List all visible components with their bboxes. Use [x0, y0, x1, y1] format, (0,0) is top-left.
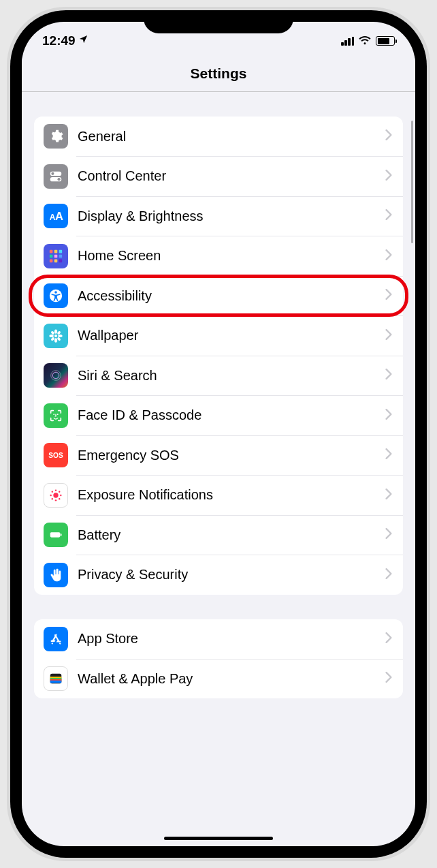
svg-point-40: [59, 498, 60, 499]
chevron-right-icon: [385, 369, 392, 382]
row-label: Emergency SOS: [78, 448, 385, 463]
row-label: Battery: [78, 527, 385, 543]
svg-point-29: [53, 414, 54, 415]
chevron-right-icon: [385, 409, 392, 422]
settings-row-privacy-security[interactable]: Privacy & Security: [34, 555, 403, 595]
row-label: Exposure Notifications: [78, 487, 385, 503]
svg-point-33: [55, 489, 56, 491]
svg-rect-11: [59, 254, 63, 258]
svg-text:SOS: SOS: [48, 452, 63, 459]
faceid-icon: [44, 403, 68, 428]
svg-rect-7: [54, 249, 58, 253]
row-label: General: [78, 129, 385, 144]
chevron-right-icon: [385, 672, 392, 685]
settings-row-app-store[interactable]: App Store: [34, 619, 403, 659]
svg-point-17: [54, 334, 57, 337]
settings-row-control-center[interactable]: Control Center: [34, 157, 403, 196]
toggles-icon: [44, 164, 68, 189]
settings-row-exposure-notifications[interactable]: Exposure Notifications: [34, 476, 403, 515]
settings-row-general[interactable]: General: [34, 117, 403, 156]
row-label: Control Center: [78, 168, 385, 184]
settings-row-wallpaper[interactable]: Wallpaper: [34, 316, 403, 356]
status-time: 12:49: [42, 33, 76, 48]
flower-icon: [44, 324, 68, 348]
chevron-right-icon: [385, 170, 392, 183]
settings-group: GeneralControl CenterAADisplay & Brightn…: [34, 117, 403, 595]
svg-point-22: [50, 330, 54, 335]
settings-row-face-id-passcode[interactable]: Face ID & Passcode: [34, 396, 403, 435]
wallet-icon: [44, 666, 68, 691]
svg-point-3: [57, 178, 60, 181]
svg-rect-13: [54, 259, 58, 262]
grid-icon: [44, 244, 68, 268]
settings-row-battery[interactable]: Battery: [34, 515, 403, 555]
svg-rect-6: [50, 249, 53, 253]
wifi-icon: [358, 33, 372, 48]
chevron-right-icon: [385, 489, 392, 502]
row-label: Wallpaper: [78, 328, 385, 343]
battery-icon: [44, 523, 68, 547]
row-label: Privacy & Security: [78, 567, 385, 583]
aa-icon: AA: [44, 204, 68, 228]
row-label: Face ID & Passcode: [78, 407, 385, 423]
settings-row-accessibility[interactable]: Accessibility: [34, 276, 403, 315]
svg-point-16: [54, 291, 57, 294]
settings-row-siri-search[interactable]: Siri & Search: [34, 356, 403, 395]
settings-row-home-screen[interactable]: Home Screen: [34, 236, 403, 276]
row-label: Home Screen: [78, 248, 385, 264]
settings-row-emergency-sos[interactable]: SOSEmergency SOS: [34, 435, 403, 475]
nav-header: Settings: [22, 56, 415, 92]
chevron-right-icon: [385, 129, 392, 143]
row-label: App Store: [78, 631, 385, 647]
chevron-right-icon: [385, 568, 392, 582]
sos-icon: SOS: [44, 443, 68, 467]
hand-icon: [44, 563, 68, 587]
scroll-indicator[interactable]: [411, 121, 413, 243]
svg-rect-14: [59, 259, 63, 262]
svg-point-28: [52, 372, 59, 379]
chevron-right-icon: [385, 249, 392, 263]
cellular-icon: [341, 37, 354, 46]
svg-text:A: A: [55, 210, 63, 222]
svg-point-34: [55, 499, 56, 501]
chevron-right-icon: [385, 448, 392, 462]
svg-rect-41: [50, 532, 61, 537]
chevron-right-icon: [385, 528, 392, 542]
svg-point-39: [52, 498, 53, 499]
notch: [144, 10, 293, 33]
svg-point-38: [59, 491, 60, 492]
svg-point-32: [53, 493, 58, 497]
chevron-right-icon: [385, 289, 392, 303]
svg-point-19: [54, 338, 57, 342]
chevron-right-icon: [385, 209, 392, 223]
svg-point-20: [49, 334, 53, 337]
svg-point-37: [52, 491, 53, 492]
svg-rect-10: [54, 254, 58, 258]
svg-point-30: [57, 414, 59, 415]
phone-body: 12:49 Settings GeneralCont: [10, 10, 427, 858]
gear-icon: [44, 124, 68, 149]
battery-icon: [376, 36, 395, 46]
svg-rect-8: [59, 249, 63, 253]
row-label: Wallet & Apple Pay: [78, 671, 385, 687]
chevron-right-icon: [385, 329, 392, 343]
chevron-right-icon: [385, 632, 392, 646]
screen: 12:49 Settings GeneralCont: [22, 22, 415, 846]
settings-content[interactable]: GeneralControl CenterAADisplay & Brightn…: [22, 92, 415, 837]
status-left: 12:49: [42, 33, 88, 48]
home-indicator[interactable]: [164, 837, 273, 840]
settings-row-wallet-apple-pay[interactable]: Wallet & Apple Pay: [34, 659, 403, 698]
settings-row-display-brightness[interactable]: AADisplay & Brightness: [34, 196, 403, 236]
status-right: [341, 33, 395, 48]
svg-point-36: [60, 494, 61, 495]
row-label: Display & Brightness: [78, 208, 385, 224]
svg-point-23: [56, 330, 61, 335]
svg-point-25: [56, 337, 61, 341]
appstore-icon: [44, 627, 68, 651]
row-label: Siri & Search: [78, 368, 385, 384]
location-icon: [78, 34, 88, 48]
page-title: Settings: [22, 65, 415, 82]
svg-rect-9: [50, 254, 53, 258]
svg-point-35: [50, 494, 51, 495]
svg-rect-12: [50, 259, 53, 262]
